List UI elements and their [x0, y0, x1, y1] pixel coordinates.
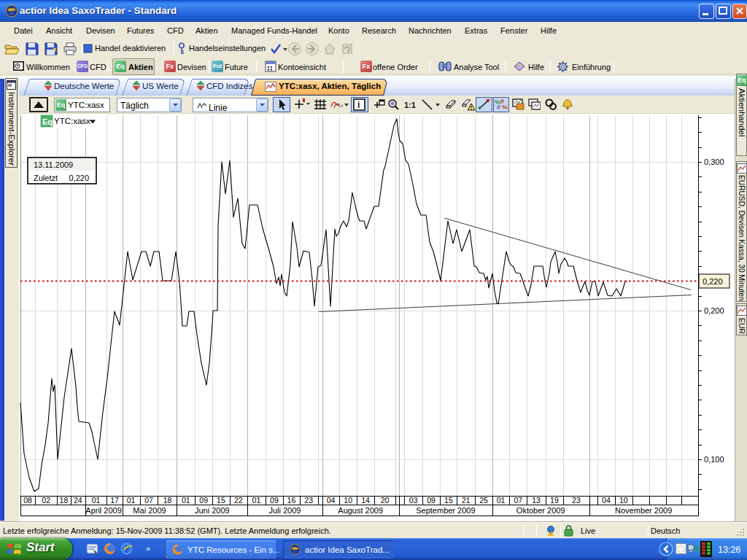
svg-text:Eq: Eq	[42, 117, 53, 126]
svg-text:07: 07	[514, 496, 522, 505]
svg-text:01: 01	[182, 496, 190, 505]
svg-text:10: 10	[619, 496, 628, 505]
svg-text:YTC:xasx: YTC:xasx	[54, 117, 90, 125]
svg-text:13: 13	[532, 496, 541, 505]
svg-text:0,200: 0,200	[704, 306, 724, 315]
svg-text:04: 04	[327, 496, 336, 505]
svg-text:i: i	[357, 100, 360, 110]
svg-text:!: !	[471, 104, 473, 111]
svg-text:04: 04	[602, 496, 611, 505]
svg-text:17: 17	[110, 496, 119, 505]
svg-text:?: ?	[518, 63, 522, 70]
svg-text:01: 01	[127, 496, 136, 505]
svg-text:%: %	[502, 104, 508, 111]
svg-text:01: 01	[92, 496, 101, 505]
svg-text:Zuletzt: Zuletzt	[34, 174, 58, 182]
svg-text:16: 16	[287, 496, 296, 505]
svg-text:03: 03	[409, 496, 418, 505]
svg-text:23: 23	[572, 496, 581, 505]
svg-text:14: 14	[361, 496, 370, 505]
svg-text:15: 15	[444, 496, 453, 505]
svg-text:0,220: 0,220	[69, 174, 89, 182]
svg-text:19: 19	[550, 496, 559, 505]
svg-text:18: 18	[163, 496, 172, 505]
svg-text:01: 01	[497, 496, 506, 505]
svg-text:15: 15	[217, 496, 225, 505]
svg-text:10: 10	[344, 496, 352, 505]
svg-text:#: #	[497, 104, 500, 111]
svg-text:22: 22	[234, 496, 243, 505]
svg-text:August 2009: August 2009	[338, 506, 383, 515]
svg-text:13.11.2009: 13.11.2009	[34, 160, 73, 169]
svg-text:25: 25	[479, 496, 488, 505]
svg-text:Mai 2009: Mai 2009	[133, 506, 166, 515]
svg-text:Juni 2009: Juni 2009	[195, 506, 230, 515]
svg-text:20: 20	[381, 496, 390, 505]
svg-text:08: 08	[23, 496, 32, 505]
svg-text:24: 24	[74, 496, 82, 505]
svg-text:0,300: 0,300	[704, 158, 724, 166]
svg-text:09: 09	[270, 496, 279, 505]
svg-text:September 2009: September 2009	[416, 506, 475, 515]
svg-text:1:1: 1:1	[404, 101, 416, 109]
svg-text:09: 09	[199, 496, 208, 505]
svg-text:01: 01	[252, 496, 261, 505]
svg-text:21: 21	[462, 496, 471, 505]
svg-text:0,100: 0,100	[704, 455, 724, 464]
svg-text:November 2009: November 2009	[615, 506, 672, 515]
svg-text:Oktober 2009: Oktober 2009	[516, 506, 565, 515]
svg-text:09: 09	[427, 496, 436, 505]
svg-text:Juli 2009: Juli 2009	[268, 506, 301, 515]
svg-text:April 2009: April 2009	[85, 506, 122, 515]
svg-text:0,220: 0,220	[703, 277, 723, 286]
svg-text:18: 18	[60, 496, 69, 505]
svg-text:02: 02	[42, 496, 50, 505]
svg-text:23: 23	[304, 496, 313, 505]
svg-text:07: 07	[144, 496, 153, 505]
